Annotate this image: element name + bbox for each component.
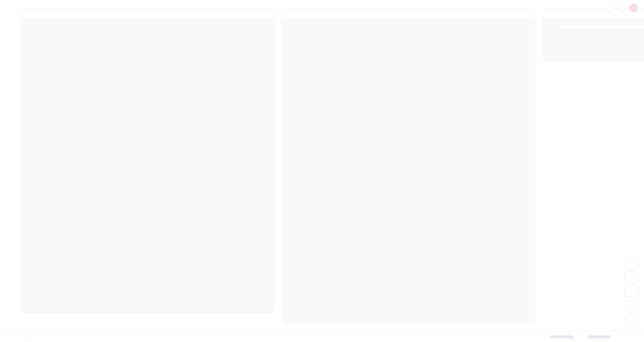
terminal-icon[interactable] (15, 334, 20, 340)
save-button[interactable] (624, 258, 638, 269)
memory-icon (542, 334, 548, 340)
close-icon (631, 6, 636, 10)
play-icon (628, 317, 635, 323)
new-cell (558, 25, 644, 30)
menu-button[interactable] (606, 4, 614, 12)
settings-button[interactable] (618, 4, 626, 12)
cpu-icon (579, 334, 585, 340)
notebook-column-3 (543, 8, 644, 62)
memory-usage-meter (550, 335, 574, 338)
gear-icon (620, 6, 624, 10)
copilot-icon[interactable] (625, 334, 630, 340)
floating-actions (624, 258, 638, 326)
stop-button[interactable] (625, 300, 638, 312)
shutdown-button[interactable] (630, 4, 638, 12)
column-toolbar (22, 9, 274, 20)
run-button[interactable] (625, 314, 638, 326)
cpu-usage-meter (587, 335, 611, 338)
window-controls (606, 4, 638, 12)
connection-status-icon[interactable] (634, 334, 639, 340)
column-back-icon[interactable] (28, 12, 32, 16)
column-back-icon[interactable] (288, 12, 293, 16)
add-column-icon[interactable] (524, 11, 529, 16)
column-forward-icon[interactable] (301, 12, 306, 16)
activity-sidebar (0, 0, 15, 331)
errors-icon[interactable] (3, 334, 8, 340)
layout-icon (628, 274, 635, 280)
add-column-icon[interactable] (263, 11, 268, 16)
status-bar (0, 331, 644, 342)
stop-icon (628, 303, 635, 310)
command-icon (628, 288, 635, 294)
save-icon (628, 260, 635, 266)
notebook-column-2 (282, 8, 535, 323)
notebook-column-1 (21, 8, 274, 313)
ai-assistant-icon[interactable] (616, 334, 621, 340)
column-forward-icon[interactable] (40, 12, 45, 16)
shortcuts-button[interactable] (624, 285, 638, 297)
column-forward-icon[interactable] (562, 12, 567, 16)
column-toolbar (282, 9, 535, 20)
column-back-icon[interactable] (550, 12, 554, 16)
layout-button[interactable] (624, 271, 638, 283)
menu-icon (608, 6, 613, 10)
